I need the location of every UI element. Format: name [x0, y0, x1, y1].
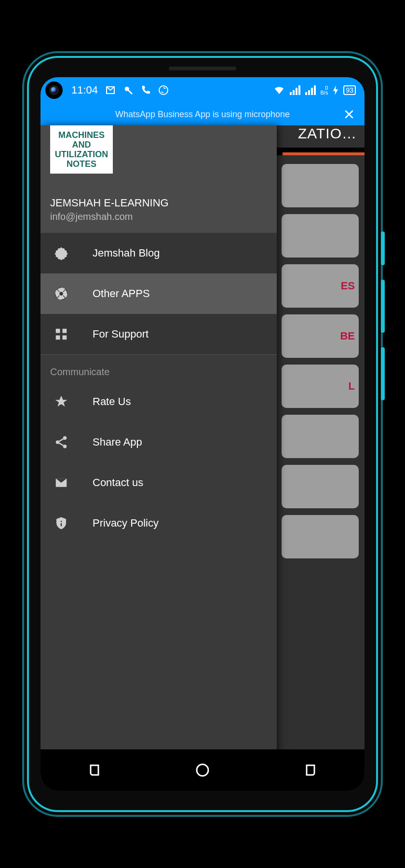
svg-point-5: [59, 292, 63, 296]
drawer-item-label: Privacy Policy: [93, 517, 159, 529]
drawer-item-icon: [53, 393, 69, 410]
content-card[interactable]: [282, 465, 359, 508]
drawer-item-share-app[interactable]: Share App: [40, 422, 277, 462]
page-title: ZATIO…: [298, 125, 357, 142]
phone-icon: [140, 85, 151, 95]
drawer-item-icon: [53, 326, 69, 342]
content-card[interactable]: L: [282, 365, 359, 408]
side-button: [381, 280, 385, 333]
content-card[interactable]: ES: [282, 264, 359, 308]
home-button[interactable]: [194, 762, 211, 778]
svg-point-15: [197, 764, 208, 776]
drawer-item-icon: [53, 285, 69, 302]
nav-drawer: MACHINESANDUTILIZATIONNOTES JEMSHAH E-LE…: [40, 125, 277, 791]
svg-rect-14: [61, 523, 62, 526]
mic-notification[interactable]: WhatsApp Business App is using microphon…: [40, 103, 364, 125]
pin-icon: [123, 85, 134, 95]
section-label-communicate: Communicate: [40, 355, 277, 381]
status-bar: 11:04 0 B/s 93: [40, 77, 364, 103]
side-button: [381, 231, 385, 265]
svg-point-1: [159, 86, 168, 95]
data-rate: 0 B/s: [321, 85, 328, 95]
svg-rect-8: [56, 336, 60, 340]
drawer-item-label: Rate Us: [93, 395, 131, 408]
system-nav-bar: [40, 749, 364, 791]
sync-icon: [158, 84, 169, 96]
recent-apps-button[interactable]: [86, 762, 103, 778]
drawer-item-label: Jemshah Blog: [93, 247, 160, 259]
svg-point-10: [63, 436, 67, 440]
drawer-item-label: For Support: [93, 328, 148, 340]
screen: 11:04 0 B/s 93 WhatsApp Business App is: [40, 77, 364, 791]
svg-point-12: [63, 445, 67, 448]
gmail-icon: [105, 84, 116, 96]
drawer-item-jemshah-blog[interactable]: Jemshah Blog: [40, 233, 277, 273]
phone-frame: 11:04 0 B/s 93 WhatsApp Business App is: [29, 58, 376, 810]
drawer-item-other-apps[interactable]: Other APPS: [40, 273, 277, 314]
content-card[interactable]: BE: [282, 314, 359, 358]
drawer-item-icon: [53, 434, 69, 450]
drawer-item-rate-us[interactable]: Rate Us: [40, 381, 277, 422]
svg-rect-3: [61, 255, 62, 257]
battery-indicator: 93: [343, 85, 356, 95]
org-email: info@jemshah.com: [50, 211, 267, 222]
svg-rect-6: [56, 329, 60, 333]
svg-rect-7: [63, 329, 67, 333]
org-name: JEMSHAH E-LEARNING: [50, 197, 267, 209]
phone-speaker: [169, 67, 236, 70]
signal-2-icon: [305, 85, 316, 95]
drawer-section-communicate: Rate UsShare AppContact usPrivacy Policy: [40, 381, 277, 543]
svg-rect-9: [63, 336, 67, 340]
close-icon[interactable]: [343, 108, 355, 120]
side-button: [381, 347, 385, 400]
drawer-item-privacy-policy[interactable]: Privacy Policy: [40, 503, 277, 543]
notification-text: WhatsApp Business App is using microphon…: [115, 109, 290, 120]
drawer-header: MACHINESANDUTILIZATIONNOTES JEMSHAH E-LE…: [40, 125, 277, 233]
content-card[interactable]: [282, 515, 359, 558]
status-time: 11:04: [71, 84, 98, 96]
svg-point-11: [56, 440, 60, 444]
signal-1-icon: [290, 85, 300, 95]
drawer-item-label: Contact us: [93, 476, 143, 489]
drawer-item-icon: [53, 245, 69, 261]
content-card[interactable]: [282, 214, 359, 258]
charging-icon: [333, 85, 338, 95]
drawer-item-contact-us[interactable]: Contact us: [40, 462, 277, 503]
app-logo: MACHINESANDUTILIZATIONNOTES: [50, 125, 113, 174]
drawer-item-label: Share App: [93, 436, 142, 448]
wifi-icon: [273, 84, 285, 96]
tab-indicator: [283, 152, 364, 155]
content-card[interactable]: [282, 415, 359, 458]
drawer-item-for-support[interactable]: For Support: [40, 314, 277, 354]
svg-rect-13: [61, 521, 62, 522]
back-button[interactable]: [302, 762, 319, 778]
svg-rect-2: [61, 250, 62, 254]
front-camera: [45, 81, 63, 99]
drawer-item-icon: [53, 515, 69, 531]
content-card[interactable]: [282, 164, 359, 207]
drawer-item-label: Other APPS: [93, 287, 150, 300]
card-list: ESBEL: [282, 164, 359, 558]
drawer-section-main: Jemshah BlogOther APPSFor Support: [40, 233, 277, 354]
drawer-item-icon: [53, 475, 69, 491]
